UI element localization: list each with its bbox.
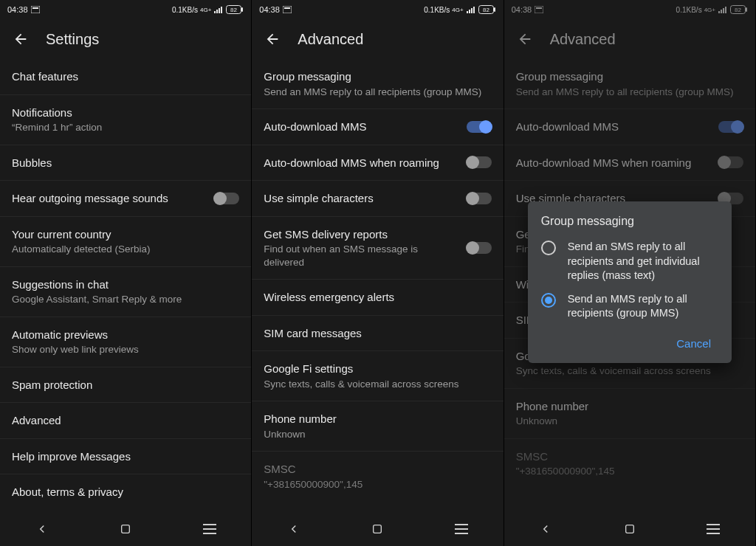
- svg-rect-3: [241, 7, 243, 12]
- dialog-option-group-mms[interactable]: Send an MMS reply to all recipients (gro…: [541, 288, 718, 325]
- status-time: 04:38: [259, 5, 280, 14]
- page-title: Advanced: [298, 31, 363, 48]
- row-auto-download-mms[interactable]: Auto-download MMS: [252, 109, 503, 145]
- status-net: 0.1KB/s: [676, 6, 702, 14]
- svg-text:82: 82: [735, 7, 741, 13]
- svg-rect-6: [283, 6, 292, 13]
- svg-rect-0: [31, 6, 40, 13]
- toggle-auto-download-roaming[interactable]: [467, 156, 492, 168]
- row-notifications[interactable]: Notifications“Remind 1 hr” action: [0, 95, 251, 145]
- header: Settings: [0, 19, 251, 59]
- nav-home-icon[interactable]: [615, 514, 645, 544]
- screen-settings: 04:38 0.1KB/s 4G+ 82 Settings Chat featu…: [0, 0, 252, 546]
- toggle-hear-outgoing-sounds[interactable]: [214, 193, 239, 204]
- dialog-option-label: Send an SMS reply to all recipients and …: [568, 240, 718, 283]
- row-chat-features[interactable]: Chat features: [0, 59, 251, 95]
- radio-icon[interactable]: [541, 241, 556, 255]
- status-time: 04:38: [7, 5, 28, 14]
- battery-icon: 82: [226, 5, 244, 14]
- nav-recent-icon[interactable]: [447, 514, 476, 544]
- notification-icon: [283, 6, 292, 13]
- row-group-messaging[interactable]: Group messagingSend an MMS reply to all …: [252, 59, 503, 109]
- row-suggestions-in-chat[interactable]: Suggestions in chatGoogle Assistant, Sma…: [0, 267, 251, 317]
- nav-recent-icon[interactable]: [698, 514, 728, 544]
- status-net: 0.1KB/s: [424, 6, 450, 14]
- page-title: Advanced: [550, 31, 616, 48]
- toggle-auto-download-roaming: [718, 156, 743, 168]
- screen-advanced-dialog: 04:38 0.1KB/s 4G+ 82 Advanced Group mess…: [504, 0, 756, 546]
- status-signal-sup: 4G+: [452, 7, 463, 13]
- status-bar: 04:38 0.1KB/s 4G+ 82: [252, 0, 503, 19]
- row-hear-outgoing-sounds[interactable]: Hear outgoing message sounds: [0, 181, 251, 217]
- nav-recent-icon[interactable]: [195, 514, 224, 544]
- status-signal-sup: 4G+: [704, 7, 715, 13]
- svg-rect-13: [536, 7, 542, 9]
- svg-rect-12: [535, 6, 543, 13]
- row-sim-card-messages[interactable]: SIM card messages: [252, 316, 503, 352]
- row-sms-delivery-reports[interactable]: Get SMS delivery reportsFind out when an…: [252, 217, 503, 280]
- status-bar: 04:38 0.1KB/s 4G+ 82: [504, 0, 755, 19]
- toggle-auto-download-mms: [718, 121, 743, 133]
- toggle-simple-characters[interactable]: [467, 193, 492, 204]
- nav-bar: [252, 512, 503, 546]
- row-wireless-emergency[interactable]: Wireless emergency alerts: [252, 280, 503, 316]
- row-group-messaging: Group messagingSend an MMS reply to all …: [504, 59, 755, 109]
- svg-text:82: 82: [483, 7, 489, 13]
- page-title: Settings: [46, 31, 99, 48]
- row-current-country[interactable]: Your current countryAutomatically detect…: [0, 217, 251, 267]
- back-button[interactable]: [12, 30, 30, 48]
- row-spam-protection[interactable]: Spam protection: [0, 367, 251, 404]
- nav-bar: [504, 512, 755, 546]
- svg-rect-1: [32, 7, 38, 9]
- nav-back-icon[interactable]: [27, 514, 57, 544]
- dialog-option-label: Send an MMS reply to all recipients (gro…: [568, 292, 718, 321]
- svg-rect-9: [494, 7, 495, 12]
- row-advanced[interactable]: Advanced: [0, 403, 251, 439]
- status-net: 0.1KB/s: [172, 6, 198, 14]
- nav-home-icon[interactable]: [362, 514, 392, 544]
- status-bar: 04:38 0.1KB/s 4G+ 82: [0, 0, 251, 19]
- back-button[interactable]: [264, 30, 281, 48]
- svg-rect-11: [374, 525, 382, 533]
- screen-advanced: 04:38 0.1KB/s 4G+ 82 Advanced Group mess…: [252, 0, 504, 546]
- nav-home-icon[interactable]: [111, 514, 140, 544]
- nav-bar: [0, 512, 251, 546]
- notification-icon: [535, 6, 543, 13]
- row-simple-characters[interactable]: Use simple characters: [252, 181, 503, 217]
- radio-icon[interactable]: [541, 293, 556, 308]
- signal-icon: [213, 6, 224, 13]
- advanced-list: Group messagingSend an MMS reply to all …: [252, 59, 503, 512]
- row-google-fi[interactable]: Google Fi settingsSync texts, calls & vo…: [252, 351, 503, 401]
- row-smsc: SMSC"+381650000900",145: [252, 452, 503, 501]
- dialog-cancel-button[interactable]: Cancel: [669, 331, 718, 356]
- row-auto-download-mms: Auto-download MMS: [504, 109, 755, 145]
- signal-icon: [718, 6, 728, 13]
- back-button[interactable]: [516, 30, 534, 48]
- row-bubbles[interactable]: Bubbles: [0, 145, 251, 182]
- dialog-group-messaging: Group messaging Send an SMS reply to all…: [528, 201, 732, 363]
- toggle-sms-delivery-reports[interactable]: [467, 242, 492, 254]
- row-automatic-previews[interactable]: Automatic previewsShow only web link pre…: [0, 317, 251, 367]
- settings-list: Chat features Notifications“Remind 1 hr”…: [0, 59, 251, 512]
- svg-rect-5: [122, 525, 130, 533]
- nav-back-icon[interactable]: [279, 514, 309, 544]
- battery-icon: 82: [730, 5, 748, 14]
- svg-text:82: 82: [230, 7, 237, 13]
- notification-icon: [31, 6, 40, 13]
- row-auto-download-roaming[interactable]: Auto-download MMS when roaming: [252, 145, 503, 182]
- row-auto-download-roaming: Auto-download MMS when roaming: [504, 145, 755, 182]
- status-signal-sup: 4G+: [200, 7, 211, 13]
- row-about-terms[interactable]: About, terms & privacy: [0, 474, 251, 510]
- dialog-title: Group messaging: [541, 215, 718, 228]
- signal-icon: [466, 6, 476, 13]
- row-smsc: SMSC"+381650000900",145: [504, 439, 755, 488]
- nav-back-icon[interactable]: [531, 514, 560, 544]
- header: Advanced: [252, 19, 503, 59]
- dialog-option-mass-text[interactable]: Send an SMS reply to all recipients and …: [541, 235, 718, 288]
- header: Advanced: [504, 19, 755, 59]
- svg-rect-17: [625, 525, 633, 533]
- row-phone-number[interactable]: Phone numberUnknown: [252, 401, 503, 452]
- toggle-auto-download-mms[interactable]: [467, 121, 492, 133]
- svg-rect-7: [284, 7, 290, 9]
- row-help-improve[interactable]: Help improve Messages: [0, 439, 251, 475]
